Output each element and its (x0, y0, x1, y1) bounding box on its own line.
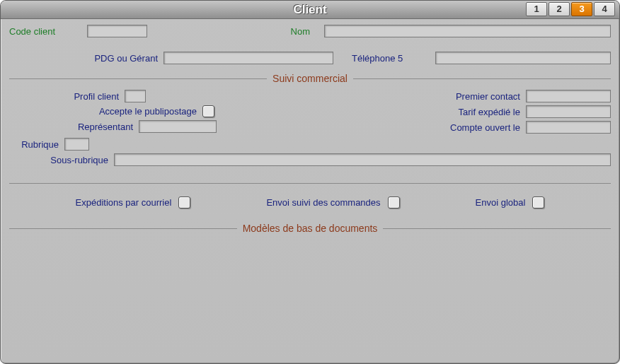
code-client-label: Code client (9, 26, 73, 37)
modeles-group: Modèles de bas de documents (9, 223, 611, 244)
premier-contact-input[interactable] (526, 90, 611, 102)
envoi-global-label: Envoi global (476, 197, 526, 208)
suivi-legend: Suivi commercial (267, 73, 353, 84)
header-row: Code client Nom (9, 25, 611, 37)
rubrique-label: Rubrique (9, 139, 59, 150)
separator-1 (9, 183, 611, 184)
nom-input[interactable] (324, 25, 611, 37)
expeditions-courriel-label: Expéditions par courriel (76, 197, 172, 208)
tab-1[interactable]: 1 (526, 2, 547, 16)
pdg-input[interactable] (163, 52, 333, 64)
sous-rubrique-input[interactable] (114, 153, 611, 166)
representant-label: Représentant (9, 122, 133, 132)
envoi-suivi-label: Envoi suivi des commandes (266, 197, 380, 208)
email-options-row: Expéditions par courriel Envoi suivi des… (9, 194, 611, 211)
tarif-expedie-input[interactable] (526, 105, 611, 118)
accepte-publipostage-label: Accepte le publipostage (9, 106, 197, 117)
premier-contact-label: Premier contact (456, 91, 520, 102)
titlebar: Client 1 2 3 4 (1, 1, 619, 19)
tab-4[interactable]: 4 (594, 2, 615, 16)
profil-client-input[interactable] (125, 90, 146, 102)
tab-3[interactable]: 3 (571, 2, 592, 16)
tarif-expedie-label: Tarif expédié le (459, 107, 520, 117)
compte-ouvert-label: Compte ouvert le (450, 122, 520, 133)
tab-2[interactable]: 2 (549, 2, 570, 16)
rubrique-input[interactable] (64, 138, 89, 151)
page-tabs: 1 2 3 4 (526, 2, 615, 16)
tel5-label: Téléphone 5 (352, 53, 430, 64)
pdg-label: PDG ou Gérant (9, 53, 158, 64)
modeles-legend: Modèles de bas de documents (237, 223, 384, 234)
code-client-input[interactable] (87, 25, 147, 37)
client-window: Client 1 2 3 4 Code client Nom PDG ou Gé… (0, 0, 620, 364)
tel5-input[interactable] (435, 52, 611, 64)
envoi-global-checkbox[interactable] (532, 196, 544, 209)
pdg-row: PDG ou Gérant Téléphone 5 (9, 52, 611, 64)
nom-label: Nom (282, 26, 310, 37)
compte-ouvert-input[interactable] (526, 121, 611, 134)
profil-client-label: Profil client (9, 91, 119, 102)
form-body: Code client Nom PDG ou Gérant Téléphone … (1, 19, 619, 363)
sous-rubrique-label: Sous-rubrique (9, 155, 108, 165)
suivi-commercial-group: Suivi commercial Profil client Accepte l… (9, 73, 611, 173)
accepte-publipostage-checkbox[interactable] (202, 105, 214, 117)
expeditions-courriel-checkbox[interactable] (178, 196, 190, 209)
envoi-suivi-checkbox[interactable] (388, 196, 400, 209)
representant-input[interactable] (139, 120, 217, 133)
